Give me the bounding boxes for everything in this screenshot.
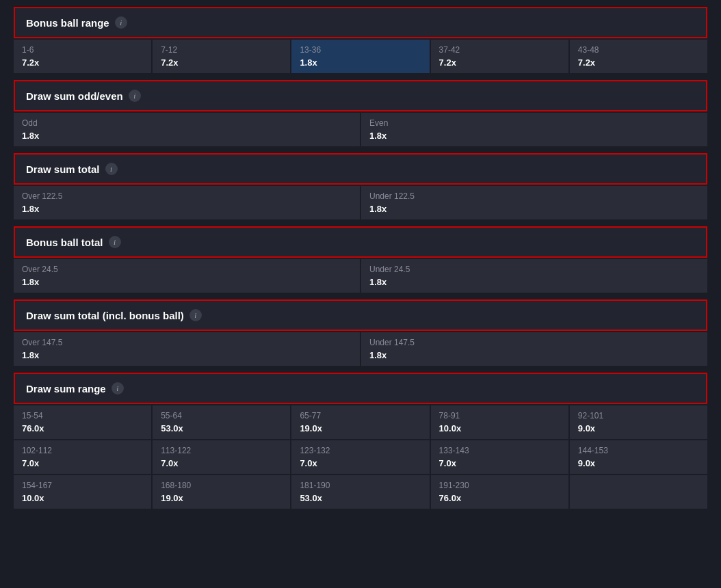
option-odds-draw-sum-range-3: 10.0x (439, 423, 560, 433)
option-cell-bonus-ball-range-4[interactable]: 43-487.2x (570, 40, 707, 73)
option-odds-draw-sum-odd-even-0: 1.8x (22, 131, 352, 141)
option-cell-draw-sum-range-9[interactable]: 144-1539.0x (570, 440, 707, 474)
option-odds-draw-sum-range-5: 7.0x (22, 458, 143, 468)
option-odds-draw-sum-range-8: 7.0x (439, 458, 560, 468)
option-odds-draw-sum-range-10: 10.0x (22, 493, 143, 503)
option-cell-draw-sum-total-incl-bonus-0[interactable]: Over 147.51.8x (14, 332, 360, 366)
section-header-draw-sum-range: Draw sum rangei (14, 373, 707, 404)
info-icon-draw-sum-total-incl-bonus[interactable]: i (189, 309, 202, 321)
option-label-draw-sum-odd-even-1: Even (369, 118, 699, 128)
option-cell-draw-sum-range-11[interactable]: 168-18019.0x (153, 475, 290, 509)
info-icon-draw-sum-odd-even[interactable]: i (129, 90, 141, 102)
option-cell-draw-sum-range-14[interactable] (570, 475, 707, 509)
options-grid-draw-sum-total-incl-bonus: Over 147.51.8xUnder 147.51.8x (14, 332, 707, 366)
option-cell-bonus-ball-total-1[interactable]: Under 24.51.8x (361, 259, 707, 293)
option-label-draw-sum-total-1: Under 122.5 (369, 191, 699, 201)
option-cell-draw-sum-range-8[interactable]: 133-1437.0x (431, 440, 568, 474)
option-odds-bonus-ball-range-3: 7.2x (439, 57, 560, 68)
option-odds-draw-sum-total-incl-bonus-0: 1.8x (22, 350, 352, 360)
option-cell-bonus-ball-range-2[interactable]: 13-361.8x (291, 40, 429, 73)
option-label-draw-sum-range-3: 78-91 (439, 411, 560, 420)
info-icon-draw-sum-total[interactable]: i (105, 163, 118, 175)
option-cell-draw-sum-range-0[interactable]: 15-5476.0x (14, 405, 151, 439)
options-grid-draw-sum-odd-even: Odd1.8xEven1.8x (14, 113, 707, 146)
option-odds-draw-sum-range-13: 76.0x (439, 493, 560, 503)
option-odds-bonus-ball-range-2: 1.8x (300, 57, 421, 68)
option-cell-draw-sum-range-6[interactable]: 113-1227.0x (153, 440, 290, 474)
option-odds-bonus-ball-range-1: 7.2x (161, 57, 282, 68)
option-odds-draw-sum-total-0: 1.8x (22, 204, 352, 214)
option-label-draw-sum-total-incl-bonus-1: Under 147.5 (369, 338, 699, 347)
option-odds-draw-sum-range-4: 9.0x (578, 423, 699, 433)
option-label-draw-sum-range-2: 65-77 (300, 411, 421, 420)
options-grid-bonus-ball-range: 1-67.2x7-127.2x13-361.8x37-427.2x43-487.… (14, 40, 707, 73)
section-draw-sum-total-incl-bonus: Draw sum total (incl. bonus ball)iOver 1… (14, 299, 707, 369)
option-odds-bonus-ball-total-1: 1.8x (369, 277, 699, 287)
section-header-draw-sum-total-incl-bonus: Draw sum total (incl. bonus ball)i (14, 299, 707, 331)
option-label-draw-sum-total-0: Over 122.5 (22, 191, 352, 201)
section-title-bonus-ball-total: Bonus ball total (26, 237, 103, 248)
option-cell-draw-sum-range-12[interactable]: 181-19053.0x (291, 475, 429, 509)
option-odds-draw-sum-range-6: 7.0x (161, 458, 282, 468)
section-bonus-ball-range: Bonus ball rangei1-67.2x7-127.2x13-361.8… (14, 7, 707, 76)
option-cell-draw-sum-total-1[interactable]: Under 122.51.8x (361, 186, 707, 219)
section-header-draw-sum-total: Draw sum totali (14, 153, 707, 185)
option-cell-draw-sum-total-incl-bonus-1[interactable]: Under 147.51.8x (361, 332, 707, 366)
option-odds-draw-sum-odd-even-1: 1.8x (369, 131, 699, 141)
option-cell-draw-sum-total-0[interactable]: Over 122.51.8x (14, 186, 360, 219)
section-title-bonus-ball-range: Bonus ball range (26, 17, 109, 29)
option-label-bonus-ball-range-4: 43-48 (578, 45, 699, 55)
info-icon-bonus-ball-total[interactable]: i (109, 236, 121, 248)
option-odds-draw-sum-range-9: 9.0x (578, 458, 699, 468)
option-label-draw-sum-range-11: 168-180 (161, 481, 282, 490)
option-cell-draw-sum-range-10[interactable]: 154-16710.0x (14, 475, 151, 509)
option-cell-draw-sum-range-2[interactable]: 65-7719.0x (291, 405, 429, 439)
option-cell-bonus-ball-total-0[interactable]: Over 24.51.8x (14, 259, 360, 293)
option-cell-draw-sum-range-1[interactable]: 55-6453.0x (153, 405, 290, 439)
option-label-draw-sum-range-0: 15-54 (22, 411, 143, 420)
option-odds-bonus-ball-range-0: 7.2x (22, 57, 143, 68)
option-cell-bonus-ball-range-1[interactable]: 7-127.2x (153, 40, 290, 73)
option-odds-draw-sum-range-2: 19.0x (300, 423, 421, 433)
option-label-draw-sum-range-5: 102-112 (22, 446, 143, 455)
section-header-draw-sum-odd-even: Draw sum odd/eveni (14, 80, 707, 111)
section-draw-sum-range: Draw sum rangei15-5476.0x55-6453.0x65-77… (14, 373, 707, 511)
option-odds-draw-sum-total-incl-bonus-1: 1.8x (369, 350, 699, 360)
option-label-draw-sum-range-6: 113-122 (161, 446, 282, 455)
option-label-bonus-ball-range-0: 1-6 (22, 45, 143, 55)
option-cell-draw-sum-range-4[interactable]: 92-1019.0x (570, 405, 707, 439)
option-cell-draw-sum-range-5[interactable]: 102-1127.0x (14, 440, 151, 474)
section-draw-sum-total: Draw sum totaliOver 122.51.8xUnder 122.5… (14, 153, 707, 222)
option-cell-bonus-ball-range-0[interactable]: 1-67.2x (14, 40, 151, 73)
option-label-draw-sum-range-13: 191-230 (439, 481, 560, 490)
option-label-bonus-ball-range-2: 13-36 (300, 45, 421, 55)
option-label-draw-sum-range-9: 144-153 (578, 446, 699, 455)
option-odds-bonus-ball-total-0: 1.8x (22, 277, 352, 287)
section-draw-sum-odd-even: Draw sum odd/eveniOdd1.8xEven1.8x (14, 80, 707, 149)
option-label-bonus-ball-total-1: Under 24.5 (369, 265, 699, 274)
section-header-bonus-ball-range: Bonus ball rangei (14, 7, 707, 38)
option-label-draw-sum-range-8: 133-143 (439, 446, 560, 455)
option-cell-draw-sum-range-7[interactable]: 123-1327.0x (291, 440, 429, 474)
section-title-draw-sum-odd-even: Draw sum odd/even (26, 90, 123, 102)
options-grid-draw-sum-range: 15-5476.0x55-6453.0x65-7719.0x78-9110.0x… (14, 405, 707, 509)
option-label-bonus-ball-range-1: 7-12 (161, 45, 282, 55)
option-label-draw-sum-total-incl-bonus-0: Over 147.5 (22, 338, 352, 347)
option-label-draw-sum-range-10: 154-167 (22, 481, 143, 490)
option-cell-draw-sum-range-13[interactable]: 191-23076.0x (431, 475, 568, 509)
option-cell-draw-sum-range-3[interactable]: 78-9110.0x (431, 405, 568, 439)
option-odds-draw-sum-range-11: 19.0x (161, 493, 282, 503)
options-grid-draw-sum-total: Over 122.51.8xUnder 122.51.8x (14, 186, 707, 219)
option-odds-draw-sum-range-7: 7.0x (300, 458, 421, 468)
section-header-bonus-ball-total: Bonus ball totali (14, 226, 707, 258)
option-label-draw-sum-range-4: 92-101 (578, 411, 699, 420)
option-cell-draw-sum-odd-even-1[interactable]: Even1.8x (361, 113, 707, 146)
info-icon-draw-sum-range[interactable]: i (112, 382, 124, 395)
option-cell-bonus-ball-range-3[interactable]: 37-427.2x (431, 40, 568, 73)
option-label-bonus-ball-range-3: 37-42 (439, 45, 560, 55)
options-grid-bonus-ball-total: Over 24.51.8xUnder 24.51.8x (14, 259, 707, 293)
option-cell-draw-sum-odd-even-0[interactable]: Odd1.8x (14, 113, 360, 146)
section-title-draw-sum-total: Draw sum total (26, 163, 100, 175)
option-label-draw-sum-range-7: 123-132 (300, 446, 421, 455)
info-icon-bonus-ball-range[interactable]: i (115, 16, 127, 29)
